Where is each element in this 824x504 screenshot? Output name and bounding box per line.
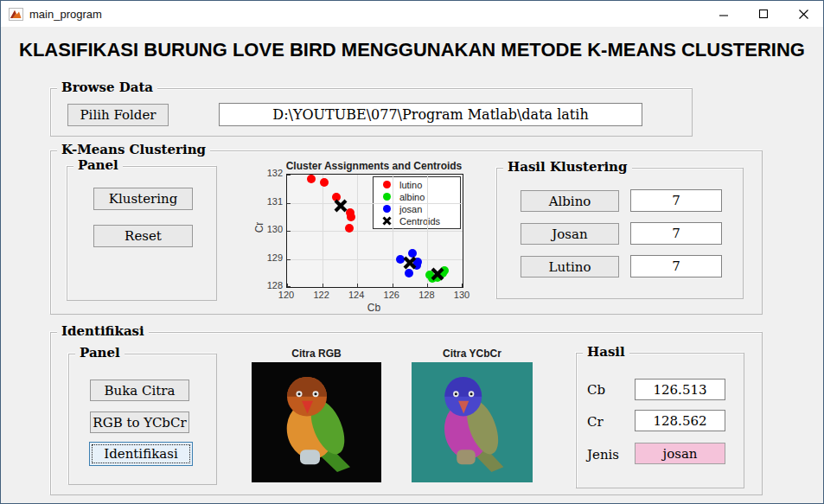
scatter-point [320,178,329,187]
legend-dot-icon [374,193,399,201]
legend-label: josan [399,204,422,214]
hasil-group-title: Hasil [583,344,629,360]
legend-item: albino [374,191,460,203]
legend-label: albino [399,192,425,202]
cb-label: Cb [587,382,605,398]
x-tick-label: 126 [376,290,407,300]
title-bar: main_program [1,1,823,27]
identifikasi-panel-title: Panel [75,345,125,360]
browse-data-group-title: Browse Data [57,80,157,95]
minimize-icon [719,9,729,19]
hasil-klustering-title: Hasil Klustering [503,159,632,175]
identifikasi-button[interactable]: Identifikasi [89,442,193,466]
y-tick-label: 128 [253,280,283,290]
legend-centroid-icon [374,215,399,226]
matlab-icon [9,8,23,21]
centroid-marker [332,197,349,214]
rgb-to-ycbcr-button[interactable]: RGB to YCbCr [90,411,189,433]
minimize-button[interactable] [704,1,744,27]
gridline [287,259,463,260]
x-tick-label: 128 [411,290,442,300]
x-tick-label: 130 [446,290,477,300]
tick-mark [323,284,323,287]
citra-rgb-title: Citra RGB [252,348,381,360]
centroid-marker [429,265,446,283]
klustering-button[interactable]: Klustering [93,188,193,210]
tick-mark [287,231,291,232]
scatter-point [307,175,316,183]
reset-button[interactable]: Reset [93,225,193,247]
cb-field[interactable]: 126.513 [635,379,725,400]
josan-count-field[interactable]: 7 [630,222,722,245]
lutino-button[interactable]: Lutino [521,256,619,278]
citra-ycbcr-image [412,362,533,482]
cluster-chart: Cluster Assignments and Centroids Cr lut… [252,159,475,316]
legend-item: lutino [374,179,460,191]
legend-item: Centroids [374,215,460,227]
legend-dot [383,193,391,201]
jenis-field[interactable]: josan [635,443,725,464]
josan-button[interactable]: Josan [521,223,619,245]
chart-xlabel: Cb [286,302,462,314]
x-tick-label: 122 [306,290,337,300]
app-canvas: KLASIFIKASI BURUNG LOVE BIRD MENGGUNAKAN… [1,27,823,503]
tick-mark [287,175,291,175]
pilih-folder-button[interactable]: Pilih Folder [67,104,169,126]
tick-mark [287,259,291,260]
legend-item: josan [374,203,460,215]
chart-title: Cluster Assignments and Centroids [278,160,470,172]
x-tick-label: 124 [341,290,372,300]
maximize-button[interactable] [744,1,783,27]
albino-count-field[interactable]: 7 [630,189,722,212]
y-tick-label: 130 [253,224,283,234]
plot-area: lutinoalbinojosanCentroids [286,174,463,288]
cr-field[interactable]: 128.562 [635,410,725,431]
tick-mark [287,203,291,204]
lutino-count-field[interactable]: 7 [630,255,722,278]
folder-path-field[interactable]: D:\YOUTUBE\077\Program Matlab\data latih [219,103,642,126]
y-tick-label: 132 [253,168,283,178]
legend-dot [383,181,391,188]
buka-citra-button[interactable]: Buka Citra [90,380,189,401]
legend-dot [383,205,391,213]
citra-rgb-image [252,362,381,482]
albino-button[interactable]: Albino [521,190,619,212]
kmeans-panel-title: Panel [73,157,123,173]
y-tick-label: 129 [253,252,283,263]
page-title: KLASIFIKASI BURUNG LOVE BIRD MENGGUNAKAN… [1,39,823,61]
close-button[interactable] [783,1,823,27]
close-icon [798,9,809,20]
window-title: main_program [29,8,102,21]
identifikasi-group-title: Identifikasi [57,323,149,339]
legend-label: lutino [399,180,422,190]
jenis-label: Jenis [587,447,619,463]
citra-ycbcr-title: Citra YCbCr [412,348,533,360]
tick-mark [287,286,291,287]
main-window: main_program KLASIFIKASI BURUNG LOVE BIR… [0,0,824,504]
gridline [287,231,463,232]
scatter-point [345,224,354,233]
legend-dot-icon [374,205,399,213]
tick-mark [393,284,393,287]
centroid-marker [401,254,418,271]
y-tick-label: 131 [253,196,283,207]
legend-dot-icon [374,181,399,188]
maximize-icon [758,9,769,19]
tick-mark [357,284,358,287]
cr-label: Cr [587,414,604,430]
x-tick-label: 120 [271,290,302,300]
legend-label: Centroids [399,216,440,226]
tick-mark [462,284,463,287]
kmeans-group-title: K-Means Clustering [57,142,210,157]
tick-mark [427,284,428,287]
gridline [287,203,463,204]
